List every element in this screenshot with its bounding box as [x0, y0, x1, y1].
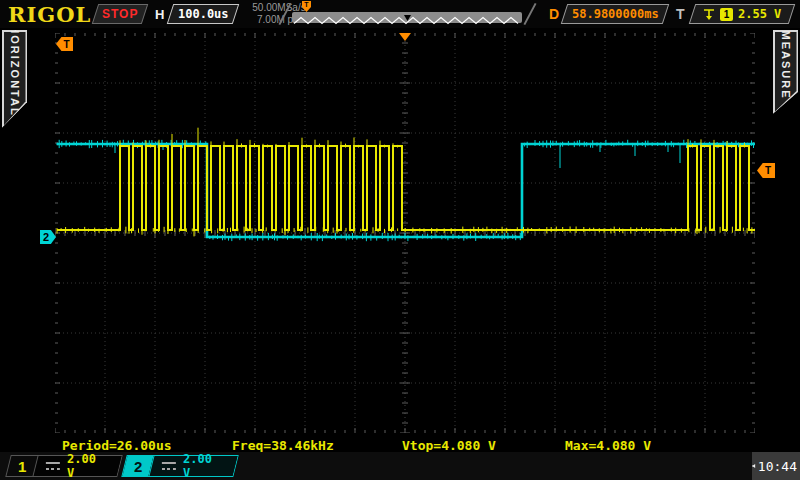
horizontal-menu-label: H [155, 7, 164, 22]
dc-coupling-icon [162, 462, 176, 471]
channel2-status[interactable]: 2 2.00 V [121, 455, 238, 477]
rigol-logo: RIGOL [8, 2, 91, 27]
oscilloscope-screen: RIGOL STOP H 100.0us 50.00MSa/s 7.00M pt… [0, 0, 800, 480]
falling-edge-icon [703, 7, 715, 21]
trigger-source-badge: 1 [720, 8, 733, 21]
tab-measure[interactable]: MEASURE [773, 30, 798, 114]
memory-position-bar[interactable] [292, 12, 522, 23]
top-bar: RIGOL STOP H 100.0us 50.00MSa/s 7.00M pt… [0, 0, 800, 28]
tab-measure-label: MEASURE [780, 31, 792, 100]
dc-coupling-icon [46, 462, 60, 471]
run-state-text: STOP [102, 7, 138, 21]
memory-waveform-icon [292, 15, 522, 26]
trigger-level-marker[interactable]: T [757, 163, 775, 178]
clock-time: 10:44 [758, 459, 797, 474]
separator [523, 3, 536, 25]
tab-horizontal-label: HORIZONTAL [9, 26, 21, 117]
channel1-scale: 2.00 V [67, 452, 109, 480]
speaker-icon [752, 460, 756, 472]
ch2-ground-marker[interactable]: 2 [40, 230, 56, 244]
delay-position-marker[interactable] [399, 33, 411, 41]
tab-horizontal[interactable]: HORIZONTAL [2, 30, 27, 128]
measurement-max: Max=4.080 V [565, 438, 651, 453]
timebase-value: 100.0us [178, 7, 229, 21]
run-state-badge[interactable]: STOP [92, 4, 148, 24]
measurement-freq: Freq=38.46kHz [232, 438, 334, 453]
trigger-settings-box[interactable]: 1 2.55 V [689, 4, 795, 24]
measurement-period: Period=26.00us [62, 438, 172, 453]
waveform-display [55, 33, 755, 433]
channel1-scale-box: 2.00 V [33, 456, 122, 476]
trigger-level-value: 2.55 V [738, 7, 781, 21]
channel1-status[interactable]: 1 2.00 V [5, 455, 122, 477]
channel2-scale-box: 2.00 V [149, 456, 238, 476]
measurement-vtop: Vtop=4.080 V [402, 438, 496, 453]
waveform-traces [55, 33, 755, 433]
status-bar: 1 2.00 V 2 2.00 V 10:44 [0, 452, 800, 480]
trigger-label: T [676, 6, 685, 22]
delay-value-box[interactable]: 58.9800000ms [561, 4, 669, 24]
delay-label: D [549, 6, 559, 22]
timebase-box[interactable]: 100.0us [167, 4, 239, 24]
channel2-scale: 2.00 V [183, 452, 225, 480]
delay-value: 58.9800000ms [572, 7, 659, 21]
clock-panel: 10:44 [752, 452, 800, 480]
